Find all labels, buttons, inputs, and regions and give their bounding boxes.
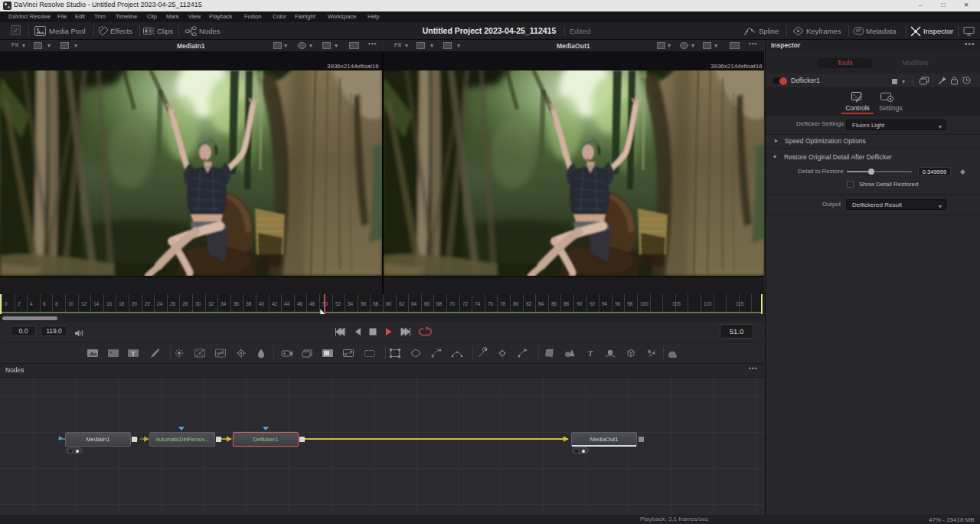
svg-text:T: T [131, 350, 136, 358]
svg-text:T: T [588, 349, 594, 358]
